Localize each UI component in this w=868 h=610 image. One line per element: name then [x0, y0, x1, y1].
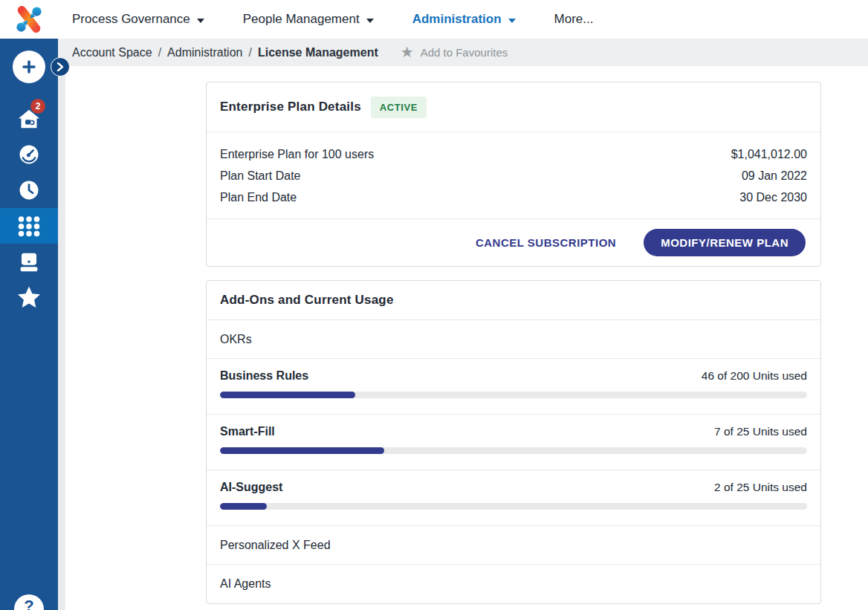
breadcrumb-administration[interactable]: Administration — [167, 46, 242, 59]
addon-label: Business Rules — [220, 369, 308, 383]
nav-administration[interactable]: Administration — [412, 12, 516, 27]
addon-row-top: Smart-Fill 7 of 25 Units used — [220, 425, 807, 438]
cancel-subscription-button[interactable]: CANCEL SUBSCRIPTION — [471, 236, 621, 250]
addon-row: Personalized X Feed — [207, 526, 820, 565]
chevron-right-icon — [56, 62, 64, 71]
plan-detail-row: Plan Start Date 09 Jan 2022 — [220, 165, 807, 186]
plan-card-title: Enterprise Plan Details — [220, 100, 361, 114]
plan-row-value: 09 Jan 2022 — [742, 169, 807, 183]
nav-process-governance[interactable]: Process Governance — [72, 12, 204, 27]
plan-row-value: 30 Dec 2030 — [739, 191, 807, 204]
clock-icon — [18, 179, 40, 201]
create-new-button[interactable] — [13, 51, 45, 83]
addons-card-header: Add-Ons and Current Usage — [207, 281, 820, 320]
addon-label: Smart-Fill — [220, 425, 275, 438]
breadcrumb: Account Space / Administration / License… — [72, 46, 378, 59]
chevron-down-icon — [508, 19, 516, 23]
dashboard-icon — [18, 143, 40, 166]
chevron-down-icon — [197, 19, 204, 23]
addon-progress-fill — [220, 447, 384, 454]
nav-more[interactable]: More... — [554, 12, 594, 27]
top-bar: Process Governance People Management Adm… — [0, 0, 868, 39]
workspace-icon — [17, 250, 41, 273]
breadcrumb-separator: / — [248, 46, 251, 59]
addon-row: OKRs — [207, 320, 820, 359]
addon-label: AI Agents — [220, 577, 271, 591]
plan-row-value: $1,041,012.00 — [731, 148, 807, 161]
addon-row-top: OKRs — [220, 333, 807, 346]
chevron-down-icon — [366, 19, 374, 23]
addon-row-top: Business Rules 46 of 200 Units used — [220, 369, 807, 383]
nav-label: Process Governance — [72, 12, 190, 27]
question-mark-icon: ? — [24, 598, 33, 610]
addon-row-top: Personalized X Feed — [220, 539, 807, 552]
addon-row: AI Agents — [207, 565, 820, 603]
sidebar-item-dashboard[interactable] — [0, 137, 58, 172]
sidebar-item-recent[interactable] — [0, 172, 58, 208]
left-sidebar: 2 — [0, 39, 58, 610]
add-to-favourites-button[interactable]: ★ Add to Favourites — [401, 46, 508, 59]
sidebar-items: 2 — [0, 101, 58, 315]
sidebar-item-apps[interactable] — [0, 208, 58, 244]
plan-row-label: Plan Start Date — [220, 169, 301, 183]
plan-row-label: Enterprise Plan for 100 users — [220, 148, 374, 161]
addon-usage-text: 7 of 25 Units used — [714, 425, 807, 438]
breadcrumb-separator: / — [158, 46, 161, 59]
add-to-favourites-label: Add to Favourites — [421, 46, 508, 59]
kissflow-logo-icon — [13, 4, 45, 35]
help-button[interactable]: ? — [14, 594, 44, 610]
addon-row: Smart-Fill 7 of 25 Units used — [207, 415, 820, 470]
breadcrumb-account-space[interactable]: Account Space — [72, 46, 152, 59]
addon-row: Business Rules 46 of 200 Units used — [207, 359, 820, 415]
plan-card-footer: CANCEL SUBSCRIPTION MODIFY/RENEW PLAN — [207, 219, 820, 266]
plan-detail-rows: Enterprise Plan for 100 users $1,041,012… — [207, 132, 820, 219]
sidebar-item-home[interactable]: 2 — [0, 101, 58, 137]
nav-label: More... — [554, 12, 594, 27]
apps-grid-icon — [16, 212, 42, 239]
addon-progress-bar — [220, 392, 807, 398]
sidebar-expand-button[interactable] — [51, 57, 70, 77]
breadcrumb-bar: Account Space / Administration / License… — [58, 39, 868, 66]
addon-label: OKRs — [220, 333, 252, 346]
addon-row-top: AI Agents — [220, 577, 807, 591]
breadcrumb-license-management: License Management — [258, 46, 378, 59]
addon-row: AI-Suggest 2 of 25 Units used — [207, 470, 820, 526]
addons-card-title: Add-Ons and Current Usage — [220, 293, 394, 308]
addon-progress-fill — [220, 392, 355, 398]
main-content: Enterprise Plan Details ACTIVE Enterpris… — [58, 66, 868, 610]
addon-label: Personalized X Feed — [220, 539, 331, 552]
addon-label: AI-Suggest — [220, 481, 282, 494]
notification-badge: 2 — [30, 99, 45, 114]
plan-detail-row: Plan End Date 30 Dec 2030 — [220, 186, 807, 208]
plan-row-label: Plan End Date — [220, 191, 297, 204]
top-navigation: Process Governance People Management Adm… — [58, 0, 594, 39]
plan-detail-row: Enterprise Plan for 100 users $1,041,012… — [220, 143, 807, 165]
favourite-star-icon: ★ — [401, 45, 414, 59]
nav-people-management[interactable]: People Management — [243, 12, 374, 27]
addon-usage-text: 46 of 200 Units used — [702, 369, 807, 383]
addon-usage-text: 2 of 25 Units used — [714, 481, 807, 494]
plus-icon — [22, 59, 36, 74]
enterprise-plan-card: Enterprise Plan Details ACTIVE Enterpris… — [206, 82, 821, 267]
plan-card-header: Enterprise Plan Details ACTIVE — [207, 82, 820, 132]
sidebar-item-workspace[interactable] — [0, 244, 58, 279]
star-icon — [16, 285, 42, 309]
scrollbar-track[interactable] — [58, 66, 65, 610]
app-logo[interactable] — [0, 0, 58, 39]
nav-label: Administration — [412, 12, 502, 27]
addon-progress-bar — [220, 503, 807, 510]
sidebar-item-favourites[interactable] — [0, 279, 58, 315]
modify-renew-plan-button[interactable]: MODIFY/RENEW PLAN — [644, 229, 806, 256]
addons-usage-card: Add-Ons and Current Usage OKRs Business … — [206, 280, 821, 604]
addon-progress-fill — [220, 503, 267, 510]
addon-progress-bar — [220, 447, 807, 454]
addon-row-top: AI-Suggest 2 of 25 Units used — [220, 481, 807, 494]
nav-label: People Management — [243, 12, 360, 27]
status-badge: ACTIVE — [371, 97, 427, 118]
addon-rows: OKRs Business Rules 46 of 200 Units used… — [207, 320, 820, 603]
